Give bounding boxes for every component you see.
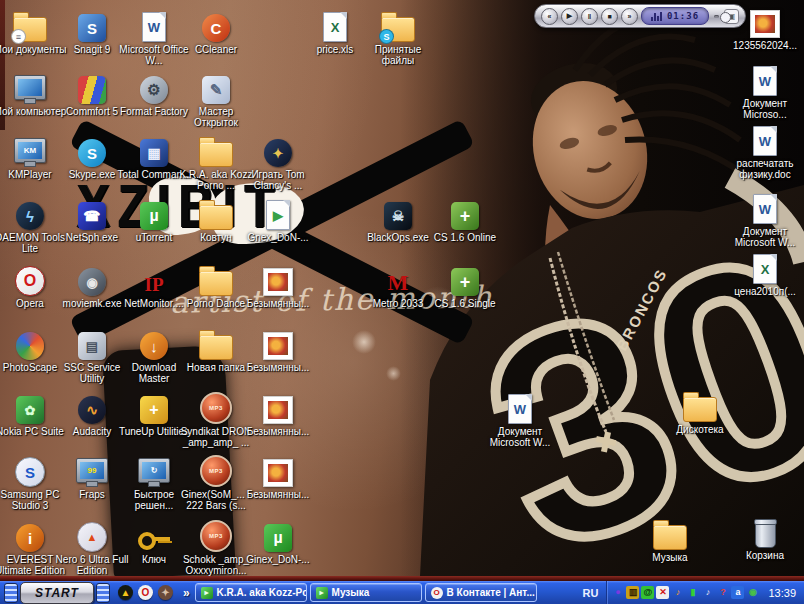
lens-flare [386, 366, 401, 381]
ginex-don-torrent[interactable]: µGinex_DoN-... [240, 518, 316, 565]
task-button[interactable]: ▸Музыка [310, 583, 422, 602]
image-thumb-icon [240, 262, 316, 296]
tray-icon-9[interactable]: a [731, 586, 744, 599]
untitled-image-1[interactable]: Безымянны... [240, 262, 316, 309]
word-doc-icon: W [727, 62, 803, 96]
postcard-master-icon: ✎ [178, 70, 254, 104]
task-button-label: В Контакте | Ант... [447, 587, 535, 598]
metro-2033[interactable]: MMetro 2033 [360, 262, 436, 309]
language-indicator[interactable]: RU [578, 585, 604, 601]
untitled-image-2[interactable]: Безымянны... [240, 326, 316, 373]
task-button[interactable]: ▸K.R.A. aka Kozz-Po... [195, 583, 307, 602]
desktop-icon-label: Корзина [727, 550, 803, 561]
folder-icon [662, 388, 738, 422]
cs-icon: + [427, 196, 503, 230]
desktop-icon-label: Документ Microsoft W... [482, 426, 558, 448]
slider-thumb-icon[interactable] [720, 12, 731, 23]
ccleaner[interactable]: CCCleaner [178, 8, 254, 55]
desktop-icon-label: Дискотека [662, 424, 738, 435]
opera-quick-icon[interactable]: O [138, 585, 153, 600]
tray-icon-5[interactable]: ♪ [671, 586, 684, 599]
task-button[interactable]: OВ Контакте | Ант... [425, 583, 537, 602]
forward-button[interactable]: » [621, 8, 638, 25]
word-doc-icon: W [727, 190, 803, 224]
desktop-icon-label: Документ Microso... [727, 98, 803, 120]
blackops-icon: ☠ [360, 196, 436, 230]
volume-slider[interactable] [712, 9, 721, 23]
tom-clancy[interactable]: ✦Играть Tom Clancy's ... [240, 133, 316, 191]
utorrent-icon: µ [240, 518, 316, 552]
player-time: 01:36 [667, 11, 699, 21]
tom-clancy-icon: ✦ [240, 133, 316, 167]
blackops[interactable]: ☠BlackOps.exe [360, 196, 436, 243]
untitled-image-4[interactable]: Безымянны... [240, 453, 316, 500]
tray-icon-1[interactable]: ● [611, 586, 624, 599]
word-doc-icon: W [727, 122, 803, 156]
taskbar-clock[interactable]: 13:39 [766, 587, 802, 599]
daemon-tools-quick-icon[interactable]: ▲ [118, 585, 133, 600]
desktop-icon-label: Принятые файлы [360, 44, 436, 66]
desktop-icon-label: 1235562024... [727, 40, 803, 51]
taskbar: START ▲O✦ » ▸K.R.A. aka Kozz-Po...▸Музык… [0, 576, 804, 604]
music-folder[interactable]: Музыка [632, 516, 708, 563]
lens-flare [352, 330, 376, 354]
media-player-bar: «▶‖■» 01:36 ▣ [534, 4, 746, 28]
player-display: 01:36 [641, 7, 709, 25]
desktop-icon-label: цена2010п(... [727, 286, 803, 297]
desktop-icon-label: BlackOps.exe [360, 232, 436, 243]
excel-doc-icon: X [727, 250, 803, 284]
price2010-xls[interactable]: Xцена2010п(... [727, 250, 803, 297]
tray-icon-2[interactable]: ▥ [626, 586, 639, 599]
image-thumb-icon [240, 390, 316, 424]
desktop-icon-label: распечатать физику.doc [727, 158, 803, 180]
tray-icon-7[interactable]: ♪ [701, 586, 714, 599]
browser-quick-icon[interactable]: ✦ [158, 585, 173, 600]
tray-icon-8[interactable]: ? [716, 586, 729, 599]
media-file-icon: ▶ [240, 196, 316, 230]
ccleaner-icon: C [178, 8, 254, 42]
metro-icon: M [360, 262, 436, 296]
desktop-icon-label: Музыка [632, 552, 708, 563]
rewind-button[interactable]: « [541, 8, 558, 25]
tray-icon-10[interactable]: ◉ [746, 586, 759, 599]
start-label: START [20, 582, 94, 604]
print-physics-doc[interactable]: Wраспечатать физику.doc [727, 122, 803, 180]
image-thumb-icon [240, 453, 316, 487]
word-doc-right-2[interactable]: WДокумент Microsoft W... [727, 190, 803, 248]
tray-icon-3[interactable]: @ [641, 586, 654, 599]
tray-icon-6[interactable]: ▮ [686, 586, 699, 599]
recycle-bin[interactable]: Корзина [727, 514, 803, 561]
start-cap-icon [96, 583, 110, 603]
folder-green-icon: ▸ [316, 587, 328, 599]
quick-launch-bar: ▲O✦ [113, 585, 178, 600]
received-files[interactable]: SПринятые файлы [360, 8, 436, 66]
task-buttons: ▸K.R.A. aka Kozz-Po...▸МузыкаOВ Контакте… [195, 583, 537, 602]
word-doc-desktop[interactable]: WДокумент Microsoft W... [482, 390, 558, 448]
disco-folder[interactable]: Дискотека [662, 388, 738, 435]
task-button-label: Музыка [332, 587, 370, 598]
desktop-icon-label: CS 1.6 Single [427, 298, 503, 309]
desktop-icon-label: Gnex_DoN-... [240, 232, 316, 243]
tray-icon-4[interactable]: ✕ [656, 586, 669, 599]
cs-icon: + [427, 262, 503, 296]
word-doc-icon: W [482, 390, 558, 424]
folder-skype-icon: S [360, 8, 436, 42]
gnex-don-file[interactable]: ▶Gnex_DoN-... [240, 196, 316, 243]
task-button-label: K.R.A. aka Kozz-Po... [217, 587, 307, 598]
chevron-more-icon[interactable]: » [181, 586, 192, 600]
start-cap-icon [4, 583, 18, 603]
play-button[interactable]: ▶ [561, 8, 578, 25]
cs-single[interactable]: +CS 1.6 Single [427, 262, 503, 309]
start-button[interactable]: START [4, 583, 110, 603]
postcard-master[interactable]: ✎Мастер Открыток [178, 70, 254, 128]
desktop-icon-label: Ginex_DoN-... [240, 554, 316, 565]
pause-button[interactable]: ‖ [581, 8, 598, 25]
desktop-icon-label: Безымянны... [240, 489, 316, 500]
cs-online[interactable]: +CS 1.6 Online [427, 196, 503, 243]
desktop-icon-label: CS 1.6 Online [427, 232, 503, 243]
desktop-icon-label: Metro 2033 [360, 298, 436, 309]
untitled-image-3[interactable]: Безымянны... [240, 390, 316, 437]
word-doc-right-1[interactable]: WДокумент Microso... [727, 62, 803, 120]
desktop-icon-label: Безымянны... [240, 362, 316, 373]
stop-button[interactable]: ■ [601, 8, 618, 25]
